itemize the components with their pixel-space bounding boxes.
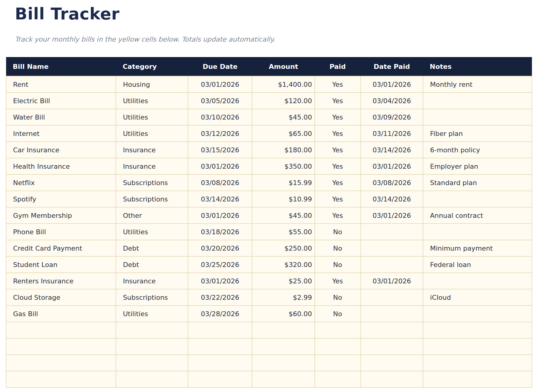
cell-paid[interactable]: No — [315, 289, 361, 306]
cell-due_date[interactable] — [188, 371, 252, 387]
cell-date_paid[interactable] — [361, 240, 423, 256]
cell-date_paid[interactable]: 03/01/2026 — [361, 207, 423, 224]
cell-due_date[interactable]: 03/28/2026 — [188, 306, 252, 322]
cell-paid[interactable] — [315, 355, 361, 371]
cell-due_date[interactable]: 03/05/2026 — [188, 93, 252, 109]
cell-notes[interactable]: Annual contract — [423, 207, 532, 224]
cell-date_paid[interactable]: 03/09/2026 — [361, 109, 423, 125]
cell-date_paid[interactable] — [361, 289, 423, 306]
cell-bill_name[interactable]: Spotify — [6, 191, 116, 207]
cell-date_paid[interactable]: 03/11/2026 — [361, 125, 423, 142]
cell-amount[interactable]: $45.00 — [252, 207, 314, 224]
cell-category[interactable]: Debt — [116, 256, 188, 273]
cell-date_paid[interactable]: 03/01/2026 — [361, 158, 423, 174]
cell-bill_name[interactable]: Netflix — [6, 174, 116, 191]
cell-notes[interactable] — [423, 371, 532, 387]
cell-paid[interactable]: Yes — [315, 207, 361, 224]
cell-paid[interactable] — [315, 338, 361, 355]
cell-amount[interactable]: $350.00 — [252, 158, 314, 174]
cell-category[interactable] — [116, 355, 188, 371]
cell-paid[interactable]: No — [315, 240, 361, 256]
cell-bill_name[interactable] — [6, 355, 116, 371]
cell-due_date[interactable]: 03/15/2026 — [188, 142, 252, 158]
cell-paid[interactable]: No — [315, 256, 361, 273]
cell-category[interactable]: Insurance — [116, 273, 188, 289]
cell-due_date[interactable]: 03/01/2026 — [188, 158, 252, 174]
cell-due_date[interactable] — [188, 338, 252, 355]
cell-paid[interactable]: Yes — [315, 142, 361, 158]
cell-due_date[interactable]: 03/01/2026 — [188, 76, 252, 93]
cell-notes[interactable] — [423, 338, 532, 355]
cell-bill_name[interactable] — [6, 371, 116, 387]
cell-date_paid[interactable] — [361, 256, 423, 273]
cell-category[interactable]: Housing — [116, 76, 188, 93]
cell-date_paid[interactable] — [361, 371, 423, 387]
cell-notes[interactable] — [423, 306, 532, 322]
cell-bill_name[interactable]: Electric Bill — [6, 93, 116, 109]
cell-amount[interactable] — [252, 371, 314, 387]
cell-paid[interactable]: Yes — [315, 158, 361, 174]
cell-category[interactable] — [116, 322, 188, 338]
cell-amount[interactable]: $60.00 — [252, 306, 314, 322]
cell-due_date[interactable]: 03/18/2026 — [188, 224, 252, 240]
cell-amount[interactable]: $2.99 — [252, 289, 314, 306]
cell-date_paid[interactable]: 03/08/2026 — [361, 174, 423, 191]
cell-amount[interactable]: $180.00 — [252, 142, 314, 158]
cell-category[interactable]: Subscriptions — [116, 174, 188, 191]
cell-paid[interactable]: No — [315, 224, 361, 240]
cell-category[interactable]: Utilities — [116, 306, 188, 322]
cell-bill_name[interactable]: Health Insurance — [6, 158, 116, 174]
cell-due_date[interactable]: 03/01/2026 — [188, 207, 252, 224]
cell-category[interactable]: Utilities — [116, 224, 188, 240]
cell-paid[interactable]: Yes — [315, 273, 361, 289]
cell-notes[interactable] — [423, 191, 532, 207]
cell-amount[interactable]: $65.00 — [252, 125, 314, 142]
cell-notes[interactable]: Federal loan — [423, 256, 532, 273]
cell-bill_name[interactable]: Credit Card Payment — [6, 240, 116, 256]
cell-due_date[interactable]: 03/20/2026 — [188, 240, 252, 256]
cell-due_date[interactable]: 03/01/2026 — [188, 273, 252, 289]
cell-bill_name[interactable]: Cloud Storage — [6, 289, 116, 306]
cell-category[interactable]: Subscriptions — [116, 289, 188, 306]
cell-amount[interactable] — [252, 338, 314, 355]
cell-date_paid[interactable] — [361, 338, 423, 355]
cell-due_date[interactable] — [188, 355, 252, 371]
cell-notes[interactable]: 6-month policy — [423, 142, 532, 158]
cell-amount[interactable]: $15.99 — [252, 174, 314, 191]
cell-amount[interactable]: $55.00 — [252, 224, 314, 240]
cell-paid[interactable]: Yes — [315, 125, 361, 142]
cell-notes[interactable]: Fiber plan — [423, 125, 532, 142]
cell-paid[interactable]: Yes — [315, 93, 361, 109]
cell-category[interactable]: Insurance — [116, 142, 188, 158]
cell-bill_name[interactable]: Car Insurance — [6, 142, 116, 158]
cell-bill_name[interactable]: Internet — [6, 125, 116, 142]
cell-paid[interactable]: Yes — [315, 174, 361, 191]
cell-date_paid[interactable]: 03/01/2026 — [361, 76, 423, 93]
cell-amount[interactable]: $25.00 — [252, 273, 314, 289]
cell-date_paid[interactable]: 03/14/2026 — [361, 142, 423, 158]
cell-category[interactable]: Utilities — [116, 93, 188, 109]
cell-due_date[interactable]: 03/10/2026 — [188, 109, 252, 125]
cell-category[interactable]: Other — [116, 207, 188, 224]
cell-bill_name[interactable]: Student Loan — [6, 256, 116, 273]
cell-paid[interactable] — [315, 371, 361, 387]
cell-bill_name[interactable]: Gym Membership — [6, 207, 116, 224]
cell-due_date[interactable] — [188, 322, 252, 338]
cell-paid[interactable]: No — [315, 306, 361, 322]
cell-notes[interactable]: iCloud — [423, 289, 532, 306]
cell-due_date[interactable]: 03/22/2026 — [188, 289, 252, 306]
cell-category[interactable]: Subscriptions — [116, 191, 188, 207]
cell-due_date[interactable]: 03/25/2026 — [188, 256, 252, 273]
cell-date_paid[interactable] — [361, 306, 423, 322]
cell-bill_name[interactable]: Phone Bill — [6, 224, 116, 240]
cell-amount[interactable]: $120.00 — [252, 93, 314, 109]
cell-notes[interactable] — [423, 224, 532, 240]
cell-notes[interactable] — [423, 93, 532, 109]
cell-paid[interactable]: Yes — [315, 76, 361, 93]
cell-date_paid[interactable] — [361, 355, 423, 371]
cell-notes[interactable] — [423, 322, 532, 338]
cell-due_date[interactable]: 03/08/2026 — [188, 174, 252, 191]
cell-due_date[interactable]: 03/12/2026 — [188, 125, 252, 142]
cell-bill_name[interactable]: Gas Bill — [6, 306, 116, 322]
cell-due_date[interactable]: 03/14/2026 — [188, 191, 252, 207]
